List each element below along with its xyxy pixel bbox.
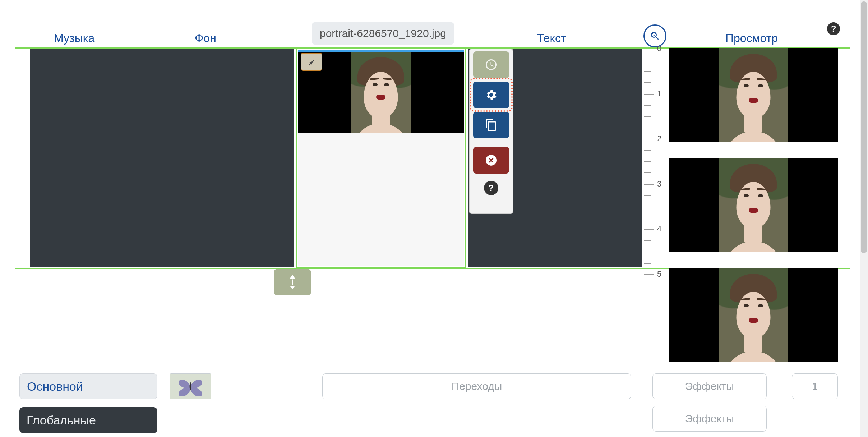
time-ruler: 012345 (644, 49, 666, 279)
scrollbar-thumb[interactable] (861, 1, 867, 253)
ruler-label: 4 (657, 224, 661, 234)
portrait-image (719, 48, 788, 142)
help-icon[interactable]: ? (827, 22, 840, 35)
ruler-tick-major (644, 229, 654, 230)
preview-column (669, 48, 838, 378)
ruler-tick-minor (644, 161, 651, 162)
ruler-tick-minor (644, 105, 651, 106)
column-header-preview[interactable]: Просмотр (725, 32, 778, 45)
ruler-label: 5 (657, 270, 661, 279)
ruler-label: 1 (657, 89, 661, 98)
portrait-image (351, 52, 411, 133)
gear-icon (485, 88, 498, 101)
resize-vertical-icon (287, 275, 298, 289)
ruler-tick-major (644, 49, 654, 49)
slide-delete-button[interactable] (473, 147, 509, 174)
svg-point-0 (190, 382, 191, 390)
clock-icon (485, 58, 498, 71)
slide-thumbnail (298, 50, 464, 133)
pin-button[interactable] (301, 53, 322, 71)
ruler-tick-minor (644, 150, 651, 151)
ruler-label: 3 (657, 179, 661, 189)
transitions-button[interactable]: Переходы (322, 373, 631, 399)
effects-count-badge[interactable]: 1 (792, 373, 838, 399)
vertical-scrollbar[interactable] (860, 0, 868, 437)
ruler-label: 2 (657, 134, 661, 143)
help-glyph: ? (489, 183, 494, 193)
background-panel-left[interactable] (30, 49, 294, 267)
ruler-tick-minor (644, 128, 651, 128)
ruler-tick-minor (644, 207, 651, 207)
column-header-music[interactable]: Музыка (54, 32, 94, 45)
ruler-tick-minor (644, 218, 651, 218)
effect-thumbnail-butterfly[interactable] (170, 373, 211, 399)
slide-copy-button[interactable] (473, 112, 509, 138)
pin-icon (307, 57, 316, 66)
ruler-tick-major (644, 274, 654, 275)
ruler-tick-major (644, 184, 654, 185)
effects-button-2[interactable]: Эффекты (652, 406, 767, 432)
ruler-tick-minor (644, 60, 651, 60)
slide-resize-handle[interactable] (274, 269, 311, 295)
portrait-image (719, 158, 788, 252)
main-scroll[interactable]: Музыка Фон Текст Просмотр ? portrait-628… (0, 0, 860, 437)
effects-button-1[interactable]: Эффекты (652, 373, 767, 399)
butterfly-icon (176, 376, 205, 396)
ruler-tick-minor (644, 195, 651, 196)
delete-icon (485, 154, 498, 167)
ruler-tick-minor (644, 172, 651, 173)
ruler-label: 0 (657, 44, 661, 53)
slide-help-button[interactable]: ? (484, 181, 498, 195)
ruler-tick-major (644, 94, 654, 95)
ruler-tick-minor (644, 82, 651, 83)
ruler-tick-minor (644, 240, 651, 241)
slide-duration-button[interactable] (473, 51, 509, 78)
ruler-tick-major (644, 139, 654, 139)
preview-frame-2[interactable] (669, 158, 838, 252)
slide-lower-blank (298, 133, 464, 266)
zoom-in-button[interactable] (643, 24, 666, 47)
ruler-tick-minor (644, 252, 651, 252)
ruler-tick-minor (644, 263, 651, 264)
slide-tile-selected[interactable] (296, 48, 466, 268)
ruler-tick-minor (644, 116, 651, 117)
tab-global[interactable]: Глобальные (19, 407, 157, 433)
portrait-image (719, 268, 788, 362)
column-header-background[interactable]: Фон (195, 32, 216, 45)
slide-filename-tooltip: portrait-6286570_1920.jpg (312, 22, 454, 45)
slide-settings-button[interactable] (473, 82, 509, 108)
column-header-text[interactable]: Текст (537, 32, 566, 45)
preview-frame-1[interactable] (669, 48, 838, 142)
copy-icon (485, 119, 498, 132)
preview-frame-3[interactable] (669, 268, 838, 362)
slide-action-strip: ? (469, 49, 513, 214)
zoom-in-icon (650, 31, 660, 41)
ruler-tick-minor (644, 71, 651, 72)
tab-main[interactable]: Основной (19, 373, 157, 399)
